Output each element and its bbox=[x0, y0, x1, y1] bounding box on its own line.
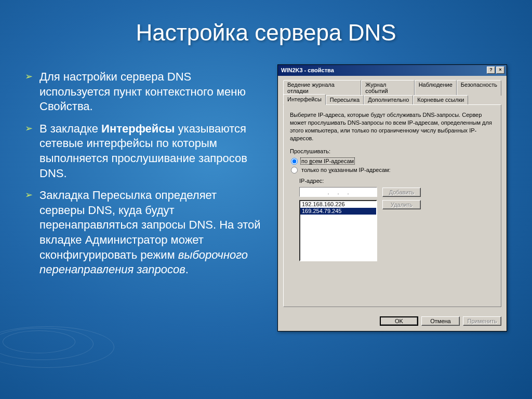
radio-all-ips[interactable]: по всем IP-адресам bbox=[291, 157, 495, 165]
tab-корневые-ссылки[interactable]: Корневые ссылки bbox=[413, 95, 468, 105]
listen-label: Прослушивать: bbox=[290, 148, 495, 154]
cancel-button[interactable]: Отмена bbox=[421, 316, 460, 326]
list-item[interactable]: 192.168.160.226 bbox=[300, 201, 376, 208]
help-button[interactable]: ? bbox=[487, 66, 495, 74]
apply-button[interactable]: Применить bbox=[463, 316, 501, 326]
tab-пересылка[interactable]: Пересылка bbox=[326, 95, 364, 105]
tab-журнал-событий[interactable]: Журнал событий bbox=[361, 80, 414, 96]
tab-интерфейсы[interactable]: Интерфейсы bbox=[283, 94, 326, 105]
bullet-item: Для настройки сервера DNS используется п… bbox=[25, 70, 265, 114]
ip-listbox[interactable]: 192.168.160.226169.254.79.245 bbox=[299, 200, 377, 261]
properties-dialog: WIN2K3 - свойства ? × Ведение журнала от… bbox=[277, 64, 507, 331]
window-title: WIN2K3 - свойства bbox=[281, 67, 486, 73]
radio-all-ips-input[interactable] bbox=[291, 158, 298, 165]
tab-наблюдение[interactable]: Наблюдение bbox=[415, 80, 457, 96]
tab-дополнительно[interactable]: Дополнительно bbox=[364, 95, 413, 105]
ip-address-label: IP-адрес: bbox=[299, 178, 495, 184]
ok-button[interactable]: OK bbox=[380, 316, 418, 326]
close-button[interactable]: × bbox=[496, 66, 504, 74]
list-item[interactable]: 169.254.79.245 bbox=[300, 208, 376, 215]
tab-безопасность[interactable]: Безопасность bbox=[457, 80, 501, 96]
bullet-item: В закладке Интерфейсы указываются сетевы… bbox=[25, 122, 265, 181]
delete-button[interactable]: Удалить bbox=[382, 200, 421, 209]
tab-panel-interfaces: Выберите IP-адреса, которые будут обслуж… bbox=[283, 104, 501, 307]
tab-ведение-журнала-отладки[interactable]: Ведение журнала отладки bbox=[283, 80, 361, 96]
ip-address-input[interactable]: ... bbox=[299, 187, 377, 197]
add-button[interactable]: Добавить bbox=[382, 188, 421, 197]
panel-description: Выберите IP-адреса, которые будут обслуж… bbox=[290, 111, 495, 142]
titlebar[interactable]: WIN2K3 - свойства ? × bbox=[278, 65, 507, 76]
radio-selected-ips-input[interactable] bbox=[291, 167, 298, 174]
radio-selected-ips[interactable]: только по указанным IP-адресам: bbox=[291, 166, 495, 174]
bullet-list: Для настройки сервера DNS используется п… bbox=[25, 55, 265, 331]
bullet-item: Закладка Пересылка определяет серверы DN… bbox=[25, 188, 265, 277]
slide-title: Настройка сервера DNS bbox=[0, 0, 532, 55]
